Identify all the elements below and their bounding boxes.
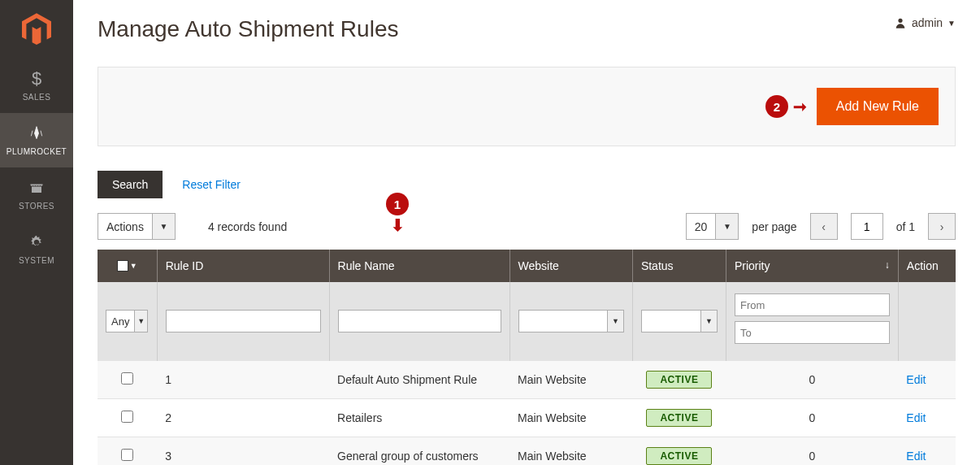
sidebar-item-label: STORES (19, 202, 54, 211)
column-rule-id[interactable]: Rule ID (157, 250, 329, 282)
rules-grid: ▼ Rule ID Rule Name Website Status Prior… (98, 250, 956, 465)
chevron-down-icon: ▼ (716, 213, 739, 240)
actions-bar: 2 ➞ Add New Rule (98, 67, 956, 146)
filter-rule-name[interactable] (338, 310, 501, 332)
annotation-2: 2 ➞ (765, 95, 807, 118)
column-select-all[interactable]: ▼ (98, 250, 157, 282)
arrow-down-icon: ⬇ (391, 217, 405, 233)
plumrocket-icon (28, 123, 45, 144)
cell-name: General group of customers (329, 437, 510, 466)
records-count: 4 records found (208, 220, 287, 233)
filter-select-all[interactable]: Any▼ (106, 310, 148, 332)
page-size-select[interactable]: 20 ▼ (686, 213, 739, 240)
sidebar-item-sales[interactable]: $ SALES (0, 59, 73, 113)
magento-icon (22, 13, 51, 46)
mass-actions-select[interactable]: Actions ▼ (98, 213, 176, 240)
sidebar-item-label: PLUMROCKET (7, 147, 67, 156)
cell-priority: 0 (726, 399, 898, 437)
chevron-down-icon: ▼ (153, 213, 176, 240)
cell-priority: 0 (726, 361, 898, 399)
sort-arrow-icon: ↓ (885, 259, 890, 271)
status-badge: ACTIVE (646, 371, 712, 389)
user-icon (894, 16, 907, 29)
next-page-button[interactable]: › (928, 213, 956, 240)
sidebar-item-label: SALES (23, 93, 51, 102)
cell-id: 1 (157, 361, 329, 399)
table-row[interactable]: 2RetailersMain WebsiteACTIVE0Edit (98, 399, 956, 437)
sidebar-item-label: SYSTEM (19, 256, 54, 265)
status-badge: ACTIVE (646, 409, 712, 427)
column-action: Action (898, 250, 956, 282)
cell-priority: 0 (726, 437, 898, 466)
table-row[interactable]: 1Default Auto Shipment RuleMain WebsiteA… (98, 361, 956, 399)
cell-name: Default Auto Shipment Rule (329, 361, 510, 399)
filter-website[interactable]: ▼ (518, 310, 624, 332)
column-priority[interactable]: Priority↓ (726, 250, 898, 282)
filter-priority-from[interactable] (735, 293, 890, 316)
row-checkbox[interactable] (121, 372, 133, 385)
cell-website: Main Website (510, 399, 632, 437)
page-total: of 1 (896, 220, 915, 233)
annotation-1: 1 ⬇ (386, 193, 409, 233)
add-rule-button[interactable]: Add New Rule (817, 88, 939, 125)
edit-link[interactable]: Edit (906, 450, 926, 463)
chevron-down-icon: ▼ (947, 19, 956, 28)
filter-rule-id[interactable] (166, 310, 321, 332)
logo[interactable] (0, 0, 73, 59)
sidebar-item-plumrocket[interactable]: PLUMROCKET (0, 113, 73, 167)
dollar-icon: $ (32, 68, 41, 89)
cell-id: 2 (157, 399, 329, 437)
per-page-label: per page (752, 220, 796, 233)
store-icon (28, 177, 45, 198)
column-rule-name[interactable]: Rule Name (329, 250, 510, 282)
edit-link[interactable]: Edit (906, 411, 926, 424)
gear-icon (28, 232, 45, 253)
status-badge: ACTIVE (646, 447, 712, 465)
cell-id: 3 (157, 437, 329, 466)
sidebar: $ SALES PLUMROCKET STORES SYSTEM (0, 0, 73, 465)
column-status[interactable]: Status (632, 250, 726, 282)
table-row[interactable]: 3General group of customersMain WebsiteA… (98, 437, 956, 466)
reset-filter-link[interactable]: Reset Filter (182, 178, 241, 191)
sidebar-item-stores[interactable]: STORES (0, 167, 73, 222)
arrow-right-icon: ➞ (793, 97, 807, 116)
current-page-input[interactable] (851, 213, 883, 240)
search-button[interactable]: Search (98, 171, 163, 198)
row-checkbox[interactable] (121, 449, 133, 461)
page-title: Manage Auto Shipment Rules (98, 16, 398, 42)
cell-name: Retailers (329, 399, 510, 437)
column-website[interactable]: Website (510, 250, 632, 282)
user-menu[interactable]: admin ▼ (894, 16, 956, 29)
sidebar-item-system[interactable]: SYSTEM (0, 222, 73, 276)
row-checkbox[interactable] (121, 411, 133, 423)
filter-status[interactable]: ▼ (641, 310, 718, 332)
filter-priority-to[interactable] (735, 321, 890, 344)
cell-website: Main Website (510, 361, 632, 399)
username: admin (912, 16, 943, 29)
cell-website: Main Website (510, 437, 632, 466)
edit-link[interactable]: Edit (906, 373, 926, 386)
prev-page-button[interactable]: ‹ (810, 213, 838, 240)
